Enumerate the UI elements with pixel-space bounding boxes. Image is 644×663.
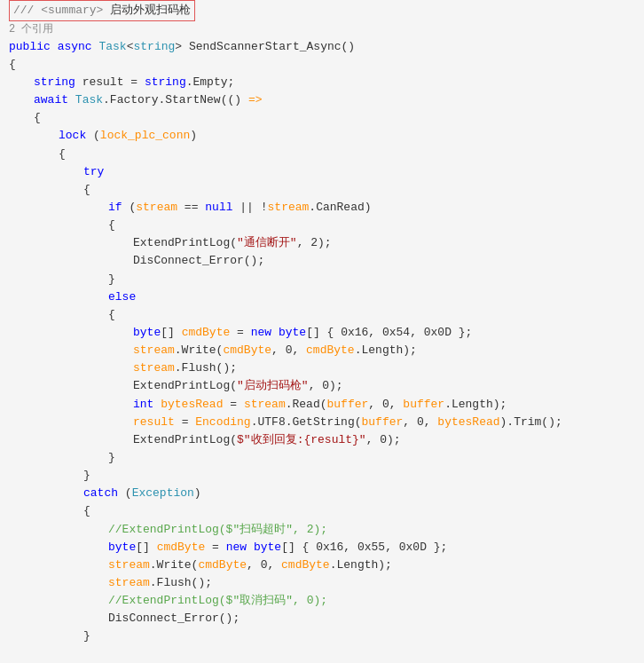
line-extend2: ExtendPrintLog("启动扫码枪", 0); bbox=[0, 377, 644, 395]
line-write2: stream.Write(cmdByte, 0, cmdByte.Length)… bbox=[0, 556, 644, 574]
brace-open-2: { bbox=[0, 109, 644, 127]
line-disconnect1: DisConnect_Error(); bbox=[0, 252, 644, 270]
line-comment1: //ExtendPrintLog($"扫码超时", 2); bbox=[0, 521, 644, 539]
code-container: /// <summary> 启动外观扫码枪 2 个引用 public async… bbox=[0, 0, 644, 646]
brace-open-6: { bbox=[0, 306, 644, 324]
method-signature-line: public async Task<string> SendScannerSta… bbox=[0, 38, 644, 56]
line-catch: catch (Exception) bbox=[0, 485, 644, 502]
line-flush2: stream.Flush(); bbox=[0, 574, 644, 592]
line-bytesread: int bytesRead = stream.Read(buffer, 0, b… bbox=[0, 396, 644, 414]
brace-open-3: { bbox=[0, 146, 644, 163]
line-extend1: ExtendPrintLog("通信断开", 2); bbox=[0, 234, 644, 252]
line-result: result = Encoding.UTF8.GetString(buffer,… bbox=[0, 414, 644, 431]
line-cmdbyte1: byte[] cmdByte = new byte[] { 0x16, 0x54… bbox=[0, 324, 644, 342]
brace-close-6: } bbox=[0, 449, 644, 467]
brace-open-1: { bbox=[0, 56, 644, 74]
line-string-result: string result = string.Empty; bbox=[0, 74, 644, 91]
brace-open-4: { bbox=[0, 181, 644, 199]
brace-open-5: { bbox=[0, 217, 644, 234]
brace-close-try: } bbox=[0, 467, 644, 485]
line-await: await Task.Factory.StartNew(() => bbox=[0, 91, 644, 109]
line-try: try bbox=[0, 163, 644, 181]
brace-close-catch: } bbox=[0, 627, 644, 645]
summary-line: /// <summary> 启动外观扫码枪 bbox=[0, 0, 644, 21]
line-lock: lock (lock_plc_conn) bbox=[0, 127, 644, 145]
line-flush1: stream.Flush(); bbox=[0, 359, 644, 377]
line-write1: stream.Write(cmdByte, 0, cmdByte.Length)… bbox=[0, 342, 644, 359]
line-comment2: //ExtendPrintLog($"取消扫码", 0); bbox=[0, 592, 644, 610]
ref-count-line: 2 个引用 bbox=[0, 21, 644, 38]
brace-open-catch: { bbox=[0, 502, 644, 520]
brace-close-5: } bbox=[0, 271, 644, 288]
line-cmdbyte2: byte[] cmdByte = new byte[] { 0x16, 0x55… bbox=[0, 539, 644, 556]
line-disconnect2: DisConnect_Error(); bbox=[0, 610, 644, 627]
line-else: else bbox=[0, 288, 644, 306]
ref-count: 2 个引用 bbox=[9, 23, 53, 36]
line-if: if (stream == null || !stream.CanRead) bbox=[0, 199, 644, 217]
summary-box: /// <summary> 启动外观扫码枪 bbox=[9, 0, 195, 21]
line-extend3: ExtendPrintLog($"收到回复:{result}", 0); bbox=[0, 431, 644, 449]
